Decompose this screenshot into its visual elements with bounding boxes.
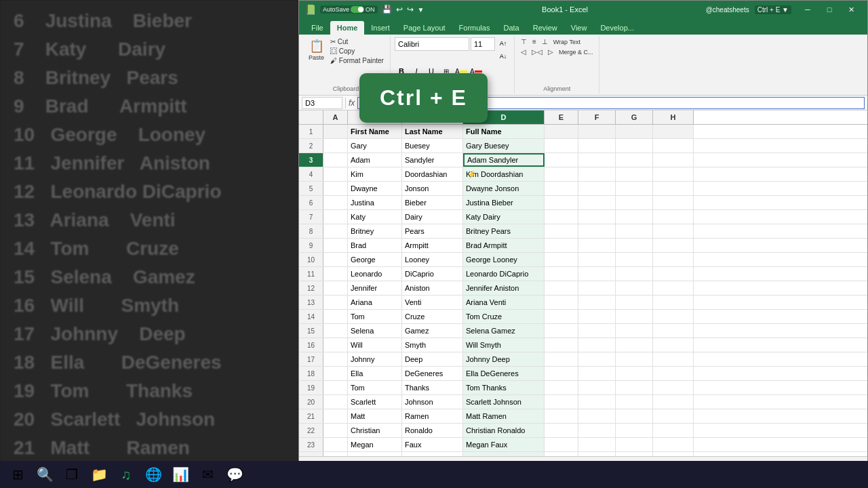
task-view-button[interactable]: ❐	[60, 462, 84, 487]
grid-cell[interactable]	[323, 324, 348, 338]
align-right-button[interactable]: ▷	[546, 47, 555, 56]
grid-cell[interactable]: Gary Buesey	[463, 139, 545, 152]
grid-cell[interactable]	[616, 139, 653, 152]
tab-data[interactable]: Data	[496, 21, 526, 35]
grid-cell[interactable]	[616, 338, 653, 352]
grid-cell[interactable]: DiCaprio	[402, 267, 463, 281]
grid-cell[interactable]	[616, 267, 653, 281]
grid-cell[interactable]	[653, 196, 694, 209]
table-row[interactable]: 16WillSmythWill Smyth	[299, 338, 867, 352]
grid-cell[interactable]	[323, 153, 348, 167]
grid-cell[interactable]: Tom Cruze	[463, 310, 545, 323]
grid-cell[interactable]	[323, 224, 348, 238]
grid-cell[interactable]	[653, 395, 694, 409]
grid-cell[interactable]	[616, 395, 653, 409]
grid-cell[interactable]	[578, 338, 616, 352]
grid-cell[interactable]	[578, 139, 616, 152]
grid-cell[interactable]: George Looney	[463, 253, 545, 266]
table-row[interactable]: 5DwayneJonsonDwayne Jonson	[299, 182, 867, 196]
grid-cell[interactable]	[323, 196, 348, 209]
col-header-h[interactable]: H	[653, 110, 694, 124]
more-icon[interactable]: ▼	[418, 6, 425, 14]
grid-cell[interactable]: Tom	[348, 381, 402, 394]
start-button[interactable]: ⊞	[5, 462, 30, 487]
grid-cell[interactable]	[578, 310, 616, 323]
table-row[interactable]: 13ArianaVentiAriana Venti	[299, 296, 867, 310]
grid-cell[interactable]: Dwayne	[348, 182, 402, 195]
col-header-a[interactable]: A	[323, 110, 348, 124]
save-icon[interactable]: 💾	[382, 5, 392, 14]
grid-cell[interactable]	[323, 281, 348, 295]
grid-cell[interactable]	[616, 310, 653, 323]
grid-cell[interactable]: Cruze	[402, 310, 463, 323]
grid-cell[interactable]	[545, 139, 578, 152]
grid-cell[interactable]	[616, 367, 653, 380]
grid-cell[interactable]	[578, 253, 616, 266]
grid-cell[interactable]: Katy	[348, 210, 402, 224]
grid-cell[interactable]	[323, 239, 348, 252]
grid-cell[interactable]	[653, 167, 694, 181]
grid-cell[interactable]: Faux	[402, 438, 463, 451]
grid-cell[interactable]	[545, 310, 578, 323]
table-row[interactable]: 20ScarlettJohnsonScarlett Johnson	[299, 395, 867, 409]
grid-cell[interactable]	[323, 267, 348, 281]
grid-cell[interactable]	[545, 253, 578, 266]
table-row[interactable]: 1First NameLast NameFull Name	[299, 125, 867, 139]
grid-cell[interactable]	[653, 267, 694, 281]
autosave-badge[interactable]: AutoSave ON	[320, 5, 378, 14]
grid-cell[interactable]	[578, 182, 616, 195]
grid-cell[interactable]	[578, 424, 616, 437]
copy-button[interactable]: ⿴ Copy	[328, 47, 386, 56]
grid-cell[interactable]	[616, 424, 653, 437]
grid-cell[interactable]	[323, 125, 348, 138]
grid-cell[interactable]: Megan Faux	[463, 438, 545, 451]
grid-cell[interactable]	[323, 296, 348, 309]
tab-view[interactable]: View	[564, 21, 594, 35]
grid-cell[interactable]	[578, 381, 616, 394]
grid-cell[interactable]	[323, 352, 348, 366]
grid-cell[interactable]	[616, 409, 653, 423]
grid-cell[interactable]	[616, 210, 653, 224]
grid-cell[interactable]: Dwayne Jonson	[463, 182, 545, 195]
grid-cell[interactable]: Ella	[348, 367, 402, 380]
table-row[interactable]: 11LeonardoDiCaprioLeonardo DiCaprio	[299, 267, 867, 281]
grid-cell[interactable]	[545, 324, 578, 338]
font-increase-button[interactable]: A↑	[496, 37, 510, 49]
grid-cell[interactable]	[616, 182, 653, 195]
grid-cell[interactable]	[616, 224, 653, 238]
grid-cell[interactable]	[545, 281, 578, 295]
grid-cell[interactable]	[616, 196, 653, 209]
table-row[interactable]: 9BradArmpittBrad Armpitt	[299, 239, 867, 253]
cut-button[interactable]: ✂ Cut	[328, 37, 386, 46]
grid-cell[interactable]: Justina	[348, 196, 402, 209]
grid-cell[interactable]	[578, 438, 616, 451]
grid-cell[interactable]	[653, 239, 694, 252]
grid-cell[interactable]	[653, 296, 694, 309]
grid-cell[interactable]: George	[348, 253, 402, 266]
grid-cell[interactable]	[323, 210, 348, 224]
grid-cell[interactable]	[545, 239, 578, 252]
grid-cell[interactable]	[653, 182, 694, 195]
table-row[interactable]: 18EllaDeGeneresElla DeGeneres	[299, 367, 867, 381]
grid-cell[interactable]: Britney	[348, 224, 402, 238]
grid-cell[interactable]: Christian	[348, 424, 402, 437]
grid-cell[interactable]: Looney	[402, 253, 463, 266]
grid-cell[interactable]	[616, 381, 653, 394]
grid-cell[interactable]: Tom	[348, 310, 402, 323]
table-row[interactable]: 12JenniferAnistonJennifer Aniston	[299, 281, 867, 296]
grid-cell[interactable]	[323, 167, 348, 181]
outlook-icon[interactable]: ✉	[195, 462, 220, 487]
tab-formulas[interactable]: Formulas	[452, 21, 497, 35]
grid-cell[interactable]: Johnny	[348, 352, 402, 366]
align-center-button[interactable]: ▷◁	[530, 47, 545, 56]
grid-cell[interactable]: Jonson	[402, 182, 463, 195]
align-top-button[interactable]: ⊤	[519, 37, 529, 46]
chrome-icon[interactable]: 🌐	[141, 462, 165, 487]
grid-cell[interactable]	[578, 352, 616, 366]
grid-cell[interactable]	[653, 310, 694, 323]
grid-cell[interactable]: Adam	[348, 153, 402, 167]
grid-cell[interactable]	[323, 253, 348, 266]
grid-cell[interactable]	[578, 409, 616, 423]
table-row[interactable]: 10GeorgeLooneyGeorge Looney	[299, 253, 867, 267]
paste-button[interactable]: 📋 Paste	[306, 37, 327, 62]
